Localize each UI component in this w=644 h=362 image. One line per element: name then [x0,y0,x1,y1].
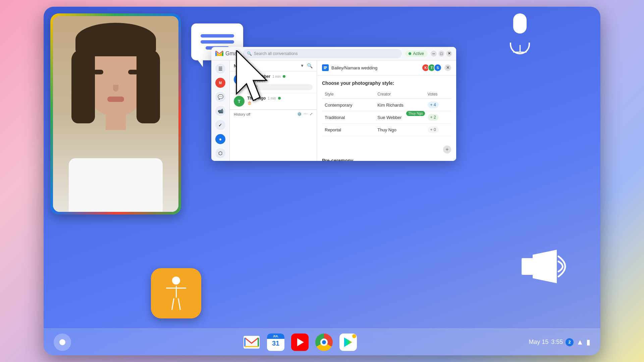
acc-arms [166,288,186,289]
calendar-number: 31 [272,340,279,347]
calendar-header: JUL [267,334,284,339]
launcher-dot [59,339,65,345]
mic-arc [510,43,530,54]
tasks-window-title: Bailey/Namara wedding [331,65,377,70]
svg-marker-8 [344,338,352,347]
active-indicator-dot [409,52,411,55]
table-row-contemporary: Contemporary Kim Richards + 4 [322,99,451,111]
notification-badge[interactable]: 2 [566,338,574,346]
votes-contemporary: + 4 [425,99,451,111]
taskbar: JUL 31 [44,328,600,355]
settings-icon[interactable]: ⚙️ [297,112,302,116]
tasks-doc-icon [322,64,329,71]
gmail-active-label: Active [413,51,424,56]
pre-ceremony-title: Pre-ceremony [322,158,451,161]
accessibility-app[interactable] [151,268,201,318]
taskbar-launcher[interactable] [54,334,71,351]
sidebar-chat-icon[interactable]: 💬 [215,92,225,102]
cursor-arrow [233,50,280,107]
thuy-ngo-tag: Thuy Ngo [406,111,425,116]
sidebar-menu-icon[interactable]: ☰ [215,64,225,74]
tasks-close-btn[interactable]: ✕ [444,64,451,71]
add-style-btn[interactable]: + [443,145,451,154]
playstore-icon [339,334,357,351]
battery-icon: ▮ [586,338,590,347]
taskbar-time: 3:55 [551,339,563,346]
taskbar-playstore[interactable] [339,334,357,351]
style-traditional: Traditional [322,111,375,124]
person-photo [53,16,178,212]
sidebar-extra-icon[interactable]: ⬡ [215,148,225,158]
tasks-content: Choose your photography style: Style Cre… [317,75,456,161]
tasks-avatars: K T S [424,64,442,72]
chat-expand-icon: ▼ [300,63,304,68]
tasks-add-row: + [322,143,451,156]
acc-body [176,286,177,298]
svg-rect-4 [324,66,327,67]
tasks-title-row: Bailey/Namara wedding [322,64,377,71]
window-maximize-btn[interactable]: □ [438,51,444,57]
acc-head [172,277,180,285]
tasks-panel: Bailey/Namara wedding K T S ✕ Choose you… [317,60,456,161]
photography-style-table: Style Creator Votes Contemporary Kim Ric… [322,90,451,136]
youtube-play-btn [297,338,304,346]
mic-body [513,13,527,34]
gmail-logo-icon [215,51,223,57]
svg-rect-6 [324,68,326,69]
taskbar-left [54,334,71,351]
photo-container [50,13,181,215]
sidebar-gmail-icon[interactable]: M [215,78,225,88]
chromeos-screen: Gmail 🔍 Search all conversations Active … [44,7,600,355]
table-row-traditional: Traditional Sue Webber Thuy Ngo + 2 [322,111,451,124]
style-reportal: Reportal [322,124,375,136]
tasks-header: Bailey/Namara wedding K T S ✕ [317,60,456,75]
gmail-active-btn: Active [405,50,427,57]
accessibility-figure [163,277,190,310]
window-close-btn[interactable]: ✕ [446,51,452,57]
col-style: Style [322,90,375,99]
chrome-icon [315,334,333,351]
task-avatar-3: S [434,64,442,72]
chrome-inner [320,339,328,346]
taskbar-gmail[interactable] [243,334,260,351]
volume-icon [520,245,574,288]
more-icon[interactable]: ⋯ [304,112,308,116]
col-creator: Creator [375,90,425,99]
chat-line-1 [201,34,234,38]
sidebar-blue-icon[interactable]: ● [215,134,225,144]
wifi-icon: ▲ [576,338,584,347]
pre-ceremony-section: Pre-ceremony Couple's first look [322,158,451,161]
photo-inner [53,16,178,212]
taskbar-right: May 15 3:55 2 ▲ ▮ [529,338,590,347]
gmail-taskbar-icon [244,336,260,349]
svg-marker-2 [533,250,557,283]
calendar-icon: JUL 31 [267,334,284,351]
taskbar-calendar[interactable]: JUL 31 [267,334,284,351]
sidebar-tasks-icon[interactable]: ✓ [215,120,225,130]
online-indicator-sue [283,75,285,78]
playstore-svg [343,337,354,348]
doc-svg [323,65,328,70]
creator-thuy: Thuy Ngo [375,124,425,136]
creator-kim: Kim Richards [375,99,425,111]
svg-rect-1 [522,258,533,275]
taskbar-center: JUL 31 [71,334,529,351]
style-contemporary: Contemporary [322,99,375,111]
creator-sue: Sue Webber Thuy Ngo [375,111,425,124]
sidebar-meet-icon[interactable]: 📹 [215,106,225,116]
photography-style-title: Choose your photography style: [322,80,451,86]
votes-reportal: + 0 [425,124,451,136]
status-row: May 15 3:55 2 ▲ ▮ [529,338,590,347]
microphone-icon [506,13,533,54]
svg-marker-0 [236,50,267,101]
taskbar-chrome[interactable] [315,334,333,351]
votes-traditional: + 2 [425,111,451,124]
taskbar-youtube[interactable] [291,334,309,351]
svg-rect-5 [324,67,327,68]
expand-icon[interactable]: ⤢ [310,112,313,116]
gmail-sidebar: ☰ M 💬 📹 ✓ ● ⬡ [211,60,230,161]
table-row-reportal: Reportal Thuy Ngo + 0 [322,124,451,136]
chat-search-icon[interactable]: 🔍 [307,63,313,68]
gmail-window-controls: ─ □ ✕ [431,51,452,57]
window-minimize-btn[interactable]: ─ [431,51,437,57]
